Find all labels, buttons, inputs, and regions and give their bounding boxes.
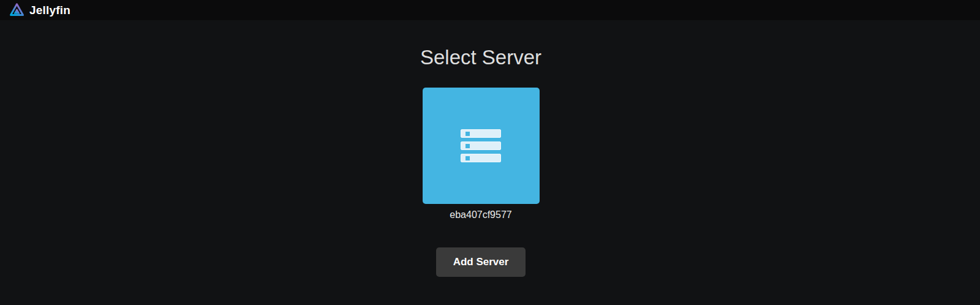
app-header: Jellyfin: [0, 0, 980, 20]
jellyfin-logo: Jellyfin: [9, 2, 70, 18]
storage-icon-led: [466, 132, 470, 136]
jellyfin-logo-icon: [9, 2, 25, 18]
storage-icon: [461, 129, 501, 162]
add-server-button[interactable]: Add Server: [436, 247, 526, 277]
server-card[interactable]: eba407cf9577: [423, 88, 540, 220]
storage-icon-bar: [461, 141, 501, 150]
server-tile: [423, 88, 540, 204]
storage-icon-led: [466, 144, 470, 148]
server-name: eba407cf9577: [450, 209, 511, 220]
page-title: Select Server: [420, 47, 541, 69]
app-title: Jellyfin: [29, 4, 70, 17]
storage-icon-led: [466, 156, 470, 160]
storage-icon-bar: [461, 154, 501, 162]
storage-icon-bar: [461, 129, 501, 138]
select-server-page: Select Server eba407cf9577 Add Server: [0, 20, 980, 277]
server-list: eba407cf9577: [423, 69, 540, 220]
